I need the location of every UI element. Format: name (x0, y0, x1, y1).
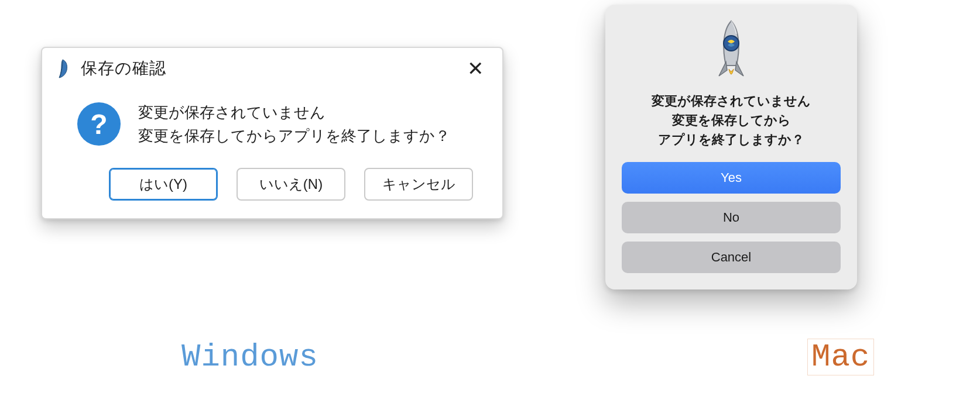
python-rocket-icon (706, 20, 756, 85)
caption-mac: Mac (808, 339, 873, 375)
windows-dialog: 保存の確認 ✕ ? 変更が保存されていません 変更を保存してからアプリを終了しま… (41, 47, 503, 219)
windows-titlebar: 保存の確認 ✕ (42, 48, 502, 84)
no-button[interactable]: No (622, 202, 841, 233)
no-button[interactable]: いいえ(N) (237, 168, 345, 201)
windows-dialog-title: 保存の確認 (81, 57, 461, 80)
close-icon[interactable]: ✕ (461, 56, 489, 81)
windows-button-row: はい(Y) いいえ(N) キャンセル (42, 168, 502, 218)
mac-dialog-container: 変更が保存されていません 変更を保存してから アプリを終了しますか？ Yes N… (605, 5, 857, 289)
cancel-button[interactable]: Cancel (622, 242, 841, 273)
mac-message-line1: 変更が保存されていません (652, 91, 811, 111)
mac-message-line3: アプリを終了しますか？ (652, 130, 811, 149)
cancel-button[interactable]: キャンセル (364, 168, 473, 201)
mac-dialog-message: 変更が保存されていません 変更を保存してから アプリを終了しますか？ (652, 91, 811, 149)
windows-message-line1: 変更が保存されていません (138, 101, 450, 124)
windows-dialog-message: 変更が保存されていません 変更を保存してからアプリを終了しますか？ (138, 101, 450, 148)
mac-message-line2: 変更を保存してから (652, 111, 811, 130)
caption-windows: Windows (181, 339, 318, 375)
yes-button[interactable]: はい(Y) (109, 168, 218, 201)
question-icon: ? (77, 102, 121, 146)
windows-dialog-container: 保存の確認 ✕ ? 変更が保存されていません 変更を保存してからアプリを終了しま… (41, 47, 503, 219)
question-glyph: ? (90, 108, 107, 140)
windows-dialog-body: ? 変更が保存されていません 変更を保存してからアプリを終了しますか？ (42, 84, 502, 168)
mac-dialog: 変更が保存されていません 変更を保存してから アプリを終了しますか？ Yes N… (605, 5, 857, 289)
tk-feather-icon (55, 58, 70, 78)
windows-message-line2: 変更を保存してからアプリを終了しますか？ (138, 124, 450, 147)
yes-button[interactable]: Yes (622, 162, 841, 194)
